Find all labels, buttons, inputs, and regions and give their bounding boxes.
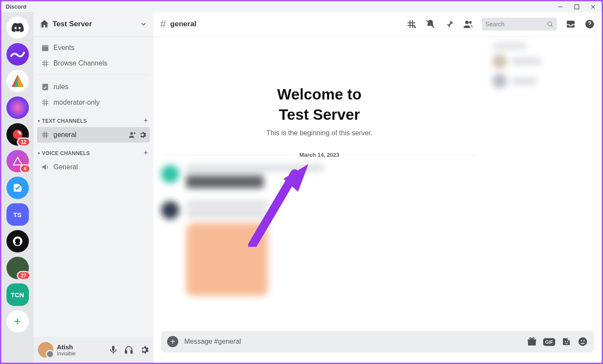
- browse-label: Browse Channels: [53, 59, 107, 67]
- gif-button[interactable]: GIF: [543, 338, 555, 345]
- threads-button[interactable]: [406, 19, 417, 29]
- gift-button[interactable]: [527, 336, 537, 347]
- mention-badge: 12: [17, 137, 30, 146]
- members-list: [485, 37, 602, 331]
- server-rail: 12 4 TS 27 TCN +: [1, 12, 34, 363]
- channel-moderator-only[interactable]: moderator-only: [37, 95, 150, 110]
- redacted-content: [161, 165, 478, 296]
- category-text-channels[interactable]: ▾ TEXT CHANNELS +: [37, 110, 150, 127]
- svg-rect-10: [42, 84, 48, 90]
- channel-sidebar: Test Server Events Browse Channels rules: [34, 12, 153, 363]
- category-label: VOICE CHANNELS: [42, 150, 90, 156]
- chevron-down-icon: ▾: [38, 151, 40, 156]
- date-separator: March 14, 2023: [161, 152, 478, 158]
- channel-header: # general Search: [153, 12, 602, 37]
- chat-area: # general Search: [153, 12, 602, 363]
- search-input[interactable]: Search: [482, 18, 557, 31]
- invite-icon[interactable]: [128, 131, 136, 139]
- category-voice-channels[interactable]: ▾ VOICE CHANNELS +: [37, 143, 150, 159]
- channel-general[interactable]: general: [37, 127, 150, 143]
- mention-badge: 4: [20, 164, 31, 173]
- chevron-down-icon: [140, 20, 147, 28]
- window-close-button[interactable]: [589, 3, 597, 11]
- server-avatar[interactable]: 12: [6, 123, 29, 146]
- server-avatar[interactable]: [6, 43, 29, 65]
- rules-icon: [40, 83, 50, 91]
- channel-label: general: [53, 131, 76, 139]
- server-header-button[interactable]: Test Server: [34, 12, 153, 37]
- server-avatar[interactable]: 27: [6, 257, 29, 279]
- svg-point-15: [469, 21, 472, 24]
- svg-point-24: [581, 340, 582, 342]
- server-avatar[interactable]: TS: [6, 203, 29, 226]
- dm-home-button[interactable]: [6, 16, 29, 39]
- chevron-down-icon: ▾: [38, 119, 40, 123]
- server-name: Test Server: [53, 20, 140, 28]
- events-button[interactable]: Events: [37, 40, 150, 56]
- svg-rect-9: [42, 45, 49, 47]
- channel-label: General: [53, 163, 78, 171]
- pins-button[interactable]: [444, 19, 454, 29]
- gear-icon[interactable]: [139, 131, 146, 139]
- svg-point-16: [548, 22, 552, 26]
- members-button[interactable]: [463, 19, 473, 29]
- events-label: Events: [53, 44, 75, 52]
- message-composer[interactable]: + Message #general GIF: [161, 331, 594, 352]
- user-panel: Atish Invisible: [34, 337, 153, 363]
- welcome-subtitle: This is the beginning of this server.: [161, 129, 478, 137]
- window-minimize-button[interactable]: [556, 3, 565, 11]
- svg-point-23: [578, 337, 587, 346]
- welcome-title-line2: Test Server: [161, 104, 478, 124]
- add-channel-button[interactable]: +: [143, 149, 148, 158]
- voice-channel-general[interactable]: General: [37, 159, 150, 175]
- server-avatar[interactable]: [6, 70, 29, 92]
- window-maximize-button[interactable]: [572, 3, 581, 11]
- server-avatar[interactable]: [6, 230, 29, 252]
- composer-placeholder: Message #general: [184, 338, 521, 345]
- inbox-button[interactable]: [566, 19, 576, 29]
- user-settings-button[interactable]: [140, 345, 149, 355]
- home-icon: [40, 19, 49, 29]
- channel-title: general: [170, 20, 196, 28]
- hash-icon: [40, 131, 50, 139]
- user-name: Atish: [57, 343, 105, 351]
- server-avatar[interactable]: TCN: [6, 283, 29, 306]
- search-placeholder: Search: [485, 21, 547, 28]
- hash-icon: [40, 98, 50, 107]
- user-status: Invisible: [57, 351, 105, 357]
- svg-rect-13: [131, 351, 133, 353]
- svg-point-11: [131, 132, 133, 135]
- add-channel-button[interactable]: +: [143, 116, 148, 125]
- welcome-title-line1: Welcome to: [161, 84, 478, 104]
- app-name: Discord: [6, 3, 26, 10]
- browse-icon: [40, 59, 50, 68]
- browse-channels-button[interactable]: Browse Channels: [37, 56, 150, 71]
- mention-badge: 27: [17, 271, 30, 280]
- hash-icon: #: [160, 18, 166, 30]
- help-button[interactable]: [584, 19, 595, 29]
- svg-point-25: [584, 340, 585, 342]
- channel-label: moderator-only: [53, 99, 100, 106]
- add-server-button[interactable]: +: [6, 310, 29, 333]
- sticker-button[interactable]: [561, 336, 572, 347]
- search-icon: [547, 21, 553, 28]
- svg-rect-12: [125, 351, 127, 353]
- notifications-button[interactable]: [425, 19, 435, 29]
- speaker-icon: [40, 163, 50, 171]
- attach-button[interactable]: +: [167, 336, 178, 347]
- svg-point-22: [567, 341, 569, 342]
- channel-rules[interactable]: rules: [37, 79, 150, 95]
- server-avatar[interactable]: [6, 177, 29, 199]
- server-avatar[interactable]: [6, 96, 29, 119]
- svg-rect-0: [575, 5, 579, 9]
- redacted-content: [492, 44, 595, 88]
- svg-point-14: [465, 21, 469, 24]
- deafen-button[interactable]: [124, 345, 134, 355]
- category-label: TEXT CHANNELS: [42, 118, 87, 124]
- mute-mic-button[interactable]: [109, 345, 118, 355]
- channel-label: rules: [53, 83, 68, 91]
- emoji-button[interactable]: [578, 336, 588, 347]
- server-avatar[interactable]: 4: [6, 150, 29, 172]
- svg-point-21: [565, 341, 566, 342]
- user-avatar[interactable]: [38, 342, 53, 358]
